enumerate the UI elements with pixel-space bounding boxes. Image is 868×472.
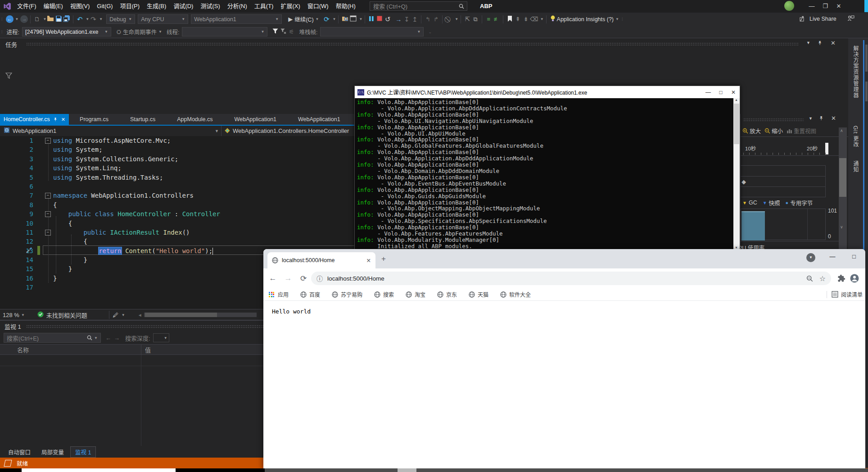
menu-item-6[interactable]: 调试(D) [170, 0, 197, 13]
step-out-button[interactable]: ↥ [411, 16, 419, 23]
console-minimize-button[interactable]: — [702, 89, 714, 95]
bookmark-百度[interactable]: 百度 [300, 290, 320, 298]
extensions-puzzle-icon[interactable] [837, 274, 845, 282]
diag-scrollbar[interactable]: ∧ ∨ [839, 127, 847, 250]
prev-bookmark-icon[interactable]: ⇞ [514, 16, 522, 23]
menu-item-9[interactable]: 工具(T) [251, 0, 277, 13]
right-tab-Git 更改[interactable]: Git 更改 [852, 126, 859, 148]
watch-next-icon[interactable]: → [114, 335, 120, 341]
bookmark-淘宝[interactable]: 淘宝 [406, 290, 425, 298]
memory-chart[interactable] [741, 209, 826, 240]
bookmark-apps[interactable]: 应用 [278, 290, 289, 298]
browser-tab-close-icon[interactable]: ✕ [366, 257, 371, 264]
clear-bookmarks-icon[interactable]: ⌫ [530, 16, 538, 23]
redo-button[interactable]: ↷ [89, 15, 97, 23]
editor-tab-AppModule.cs[interactable]: AppModule.cs [166, 114, 223, 125]
solution-configuration-dropdown[interactable]: Debug▼ [106, 14, 135, 24]
menu-item-1[interactable]: 编辑(E) [40, 0, 67, 13]
console-window[interactable]: C:\ G:\MVC 上课\资料\MVC\.NET\ABP\WebApplica… [354, 86, 740, 250]
go-to-definition-icon[interactable]: ⇱ [463, 16, 471, 23]
editor-zoom-dropdown[interactable]: ▼ [21, 313, 25, 317]
remove-breakpoints-icon[interactable]: ⃠ [445, 16, 453, 23]
horizontal-scrollbar[interactable] [144, 313, 257, 317]
startup-project-dropdown[interactable]: WebApplication1▼ [191, 14, 282, 24]
menu-item-7[interactable]: 测试(S) [197, 0, 223, 13]
tab-pin-icon[interactable]: 🖈 [53, 114, 58, 125]
console-titlebar[interactable]: C:\ G:\MVC 上课\资料\MVC\.NET\ABP\WebApplica… [355, 86, 740, 98]
filter-flagged-icon[interactable] [279, 28, 287, 35]
browser-page[interactable]: Hello world [263, 301, 865, 468]
editor-tab-Startup.cs[interactable]: Startup.cs [119, 114, 166, 125]
diag-scroll-down-icon[interactable]: ∨ [840, 225, 843, 229]
browser-tab[interactable]: localhost:5000/Home ✕ [267, 252, 375, 268]
editor-tab-WebApplication1[interactable]: WebApplication1 [223, 114, 287, 125]
tab-close-icon[interactable]: ✕ [61, 114, 65, 125]
process-dropdown[interactable]: [24796] WebApplication1.exe▼ [22, 27, 111, 36]
editor-tab-HomeController.cs[interactable]: HomeController.cs🖈✕ [0, 114, 69, 125]
background-tasks-icon[interactable] [4, 460, 12, 467]
watch-col-value[interactable]: 值 [145, 345, 151, 354]
code-cleanup-icon[interactable]: 🖉 [112, 312, 120, 318]
health-status-text[interactable]: 未找到相关问题 [46, 311, 87, 319]
continue-dropdown[interactable]: ▼ [316, 17, 319, 21]
uncomment-icon[interactable]: ≢ [493, 16, 501, 23]
browser-minimize-button[interactable]: — [825, 250, 840, 263]
menu-item-8[interactable]: 分析(N) [224, 0, 251, 13]
outline-collapse-box[interactable]: − [45, 230, 51, 236]
breadcrumb-member[interactable]: WebApplication1.Controllers.HomeControll… [233, 127, 349, 134]
tasks-pin-icon[interactable]: 🖈 [817, 40, 823, 46]
bookmark-搜索[interactable]: 搜索 [374, 290, 394, 298]
next-bookmark-icon[interactable]: ⇟ [522, 16, 530, 23]
console-maximize-button[interactable]: □ [714, 89, 727, 95]
navigate-forward-button[interactable]: → [20, 15, 28, 23]
menu-item-4[interactable]: 项目(P) [117, 0, 143, 13]
event-diamond-marker[interactable]: ◆ [741, 178, 746, 185]
stop-button[interactable] [375, 16, 384, 23]
profile-avatar-icon[interactable] [850, 274, 859, 283]
diag-reset-view-button[interactable]: 重置视图 [794, 127, 816, 135]
panel-drag-area[interactable] [26, 42, 799, 46]
menu-item-2[interactable]: 视图(V) [67, 0, 93, 13]
bookmark-天猫[interactable]: 天猫 [469, 290, 488, 298]
panel-tab-监视 1[interactable]: 监视 1 [70, 446, 96, 458]
diag-window-menu-icon[interactable]: ▼ [809, 116, 813, 121]
continue-icon[interactable]: ▶ [286, 16, 294, 23]
app-insights-dropdown[interactable]: ▼ [615, 17, 619, 21]
diag-pin-icon[interactable]: 🖈 [818, 115, 824, 122]
editor-tab-Program.cs[interactable]: Program.cs [69, 114, 119, 125]
lifecycle-events-dropdown[interactable]: ▼ [158, 30, 162, 34]
browser-refresh-button[interactable]: ⟳ [296, 274, 311, 283]
step-show-next-icon[interactable]: → [394, 16, 402, 23]
diag-zoom-in-button[interactable]: 放大 [750, 127, 761, 135]
continue-button[interactable]: 继续(C) [294, 15, 313, 23]
watch-search-input[interactable]: 搜索(Ctrl+E) ▼ [4, 333, 101, 343]
find-in-files-icon[interactable] [341, 15, 349, 23]
browse-window-icon[interactable] [349, 15, 357, 23]
diag-close-icon[interactable]: ✕ [831, 115, 836, 122]
undo-button[interactable]: ↶ [76, 15, 84, 23]
outline-collapse-box[interactable]: − [45, 211, 51, 217]
bookmark-京东[interactable]: 京东 [437, 290, 457, 298]
navigate-back-dropdown[interactable]: ▼ [15, 17, 19, 21]
bookmark-苏宁易购[interactable]: 苏宁易购 [332, 290, 362, 298]
diag-timeline-ruler[interactable]: 10秒 20秒 [741, 142, 840, 156]
browse-window-dropdown[interactable]: ▼ [359, 17, 362, 21]
browser-back-button[interactable]: ← [265, 274, 280, 283]
pause-button[interactable] [367, 16, 375, 23]
page-info-icon[interactable]: ⓘ [316, 274, 323, 283]
browser-window[interactable]: localhost:5000/Home ✕ + ▼ — □ ← → ⟳ ⓘ lo… [263, 249, 865, 468]
hot-reload-dropdown[interactable]: ▼ [332, 17, 336, 21]
diag-scroll-thumb[interactable] [839, 158, 846, 197]
restore-button[interactable]: ❐ [818, 0, 832, 13]
reading-list-group[interactable]: 阅读清单 [827, 290, 863, 298]
menu-item-5[interactable]: 生成(B) [143, 0, 170, 13]
undo-dropdown[interactable]: ▼ [86, 17, 89, 21]
diag-events-track[interactable]: ◆ [741, 165, 826, 197]
console-output[interactable]: info: Volo.Abp.AbpApplicationBase[0] - V… [355, 98, 740, 250]
diag-scroll-up-icon[interactable]: ∧ [840, 128, 843, 133]
panel-tab-局部变量[interactable]: 局部变量 [37, 447, 68, 457]
quick-search-box[interactable]: 搜索 (Ctrl+Q) [370, 1, 467, 11]
browser-address-bar[interactable]: ⓘ localhost:5000/Home ☆ [311, 272, 831, 285]
new-file-dropdown[interactable]: ▼ [43, 17, 46, 21]
stackframe-dropdown[interactable]: ▼ [320, 27, 424, 36]
